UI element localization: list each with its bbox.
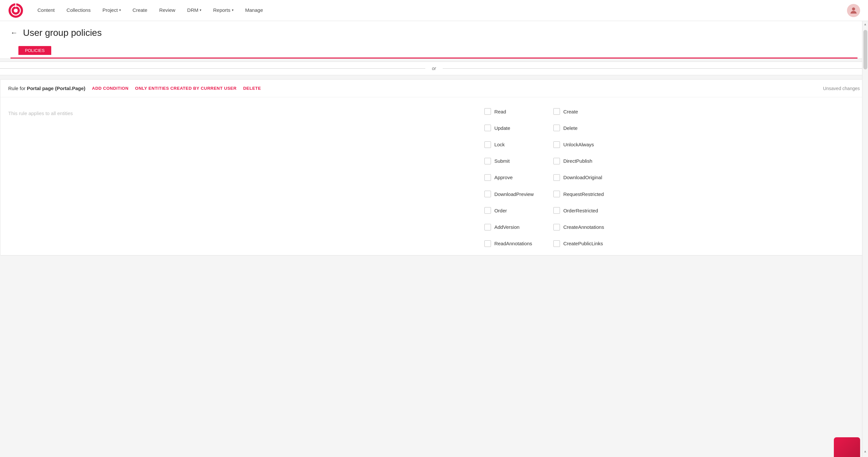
permission-item-create_public_links: CreatePublicLinks (553, 237, 609, 250)
permission-label-create_annotations: CreateAnnotations (563, 224, 604, 230)
permission-item-approve: Approve (485, 171, 540, 184)
permission-checkbox-download_preview[interactable] (485, 191, 491, 197)
permission-item-unlock_always: UnlockAlways (553, 138, 609, 150)
permission-checkbox-create_annotations[interactable] (553, 224, 560, 230)
permission-label-order_restricted: OrderRestricted (563, 208, 598, 213)
tab-bar-previous: POLICIES (10, 44, 858, 59)
permission-item-order: Order (485, 204, 540, 217)
permission-checkbox-update[interactable] (485, 124, 491, 131)
permission-label-read: Read (494, 109, 506, 114)
permission-label-download_preview: DownloadPreview (494, 191, 534, 197)
permission-label-approve: Approve (494, 175, 513, 180)
scroll-up-arrow[interactable]: ▲ (862, 21, 868, 27)
permission-label-create: Create (563, 109, 578, 114)
permission-label-delete: Delete (563, 125, 577, 131)
scroll-thumb[interactable] (863, 30, 867, 69)
permission-item-delete: Delete (553, 122, 609, 134)
permission-item-order_restricted: OrderRestricted (553, 204, 609, 217)
permission-checkbox-add_version[interactable] (485, 224, 491, 230)
main-content: or Rule for Portal page (Portal.Page) AD… (0, 61, 868, 255)
permission-item-request_restricted: RequestRestricted (553, 188, 609, 200)
permission-item-download_original: DownloadOriginal (553, 171, 609, 184)
delete-rule-button[interactable]: DELETE (243, 86, 261, 91)
nav-item-manage[interactable]: Manage (240, 0, 269, 21)
back-button[interactable]: ← (10, 29, 18, 37)
rule-card: Rule for Portal page (Portal.Page) ADD C… (0, 79, 868, 255)
permission-label-download_original: DownloadOriginal (563, 175, 602, 180)
chevron-down-icon: ▾ (119, 8, 121, 12)
permission-checkbox-approve[interactable] (485, 174, 491, 181)
add-condition-button[interactable]: ADD CONDITION (92, 86, 128, 91)
permission-item-add_version: AddVersion (485, 221, 540, 233)
rule-header: Rule for Portal page (Portal.Page) ADD C… (0, 80, 868, 97)
permission-checkbox-request_restricted[interactable] (553, 191, 560, 197)
nav-item-project[interactable]: Project ▾ (97, 0, 127, 21)
rule-placeholder-text: This rule applies to all entities (8, 105, 73, 116)
rule-conditions: This rule applies to all entities (8, 103, 476, 250)
permission-checkbox-create[interactable] (553, 108, 560, 115)
rule-body: This rule applies to all entities ReadCr… (0, 97, 868, 255)
nav-item-collections[interactable]: Collections (61, 0, 97, 21)
chevron-down-icon: ▾ (200, 8, 201, 12)
permission-checkbox-read[interactable] (485, 108, 491, 115)
nav-menu: Content Collections Project ▾ Create Rev… (32, 0, 847, 21)
tab-policies[interactable]: POLICIES (19, 46, 51, 55)
navbar: Content Collections Project ▾ Create Rev… (0, 0, 868, 21)
or-text: or (425, 66, 442, 71)
or-divider: or (0, 61, 868, 75)
permission-label-create_public_links: CreatePublicLinks (563, 241, 603, 246)
nav-item-create[interactable]: Create (127, 0, 153, 21)
permission-item-update: Update (485, 122, 540, 134)
page-header: ← User group policies POLICIES (0, 21, 868, 59)
permission-checkbox-lock[interactable] (485, 141, 491, 148)
rule-entity-name: Portal page (Portal.Page) (27, 85, 85, 91)
divider-line-right (443, 68, 868, 69)
permissions-grid: ReadCreateUpdateDeleteLockUnlockAlwaysSu… (485, 103, 609, 250)
permission-label-lock: Lock (494, 142, 505, 147)
permission-item-download_preview: DownloadPreview (485, 188, 540, 200)
page-title: User group policies (23, 28, 102, 38)
svg-point-2 (14, 8, 18, 12)
divider-line-left (0, 68, 425, 69)
permission-label-order: Order (494, 208, 507, 213)
unsaved-changes-label: Unsaved changes (823, 86, 860, 91)
nav-item-reports[interactable]: Reports ▾ (207, 0, 240, 21)
rule-for-label: Rule for Portal page (Portal.Page) (8, 85, 85, 91)
svg-point-4 (852, 7, 855, 10)
permission-item-lock: Lock (485, 138, 540, 150)
nav-item-content[interactable]: Content (32, 0, 61, 21)
permission-item-direct_publish: DirectPublish (553, 155, 609, 167)
permission-checkbox-order[interactable] (485, 207, 491, 214)
permission-label-update: Update (494, 125, 510, 131)
permission-checkbox-submit[interactable] (485, 158, 491, 164)
permission-checkbox-read_annotations[interactable] (485, 240, 491, 247)
permission-checkbox-unlock_always[interactable] (553, 141, 560, 148)
chevron-down-icon: ▾ (232, 8, 234, 12)
permission-label-unlock_always: UnlockAlways (563, 142, 594, 147)
scrollbar[interactable]: ▲ ▲ (862, 21, 868, 255)
permission-label-request_restricted: RequestRestricted (563, 191, 603, 197)
permission-label-submit: Submit (494, 158, 510, 164)
user-avatar[interactable] (847, 4, 860, 17)
only-entities-button[interactable]: ONLY ENTITIES CREATED BY CURRENT USER (135, 86, 237, 91)
permission-label-add_version: AddVersion (494, 224, 520, 230)
permission-item-create_annotations: CreateAnnotations (553, 221, 609, 233)
permission-checkbox-delete[interactable] (553, 124, 560, 131)
app-logo[interactable] (8, 3, 24, 19)
permission-item-submit: Submit (485, 155, 540, 167)
permission-item-read_annotations: ReadAnnotations (485, 237, 540, 250)
permission-checkbox-order_restricted[interactable] (553, 207, 560, 214)
nav-item-drm[interactable]: DRM ▾ (181, 0, 207, 21)
permission-label-direct_publish: DirectPublish (563, 158, 592, 164)
permission-checkbox-download_original[interactable] (553, 174, 560, 181)
permission-item-create: Create (553, 105, 609, 118)
permission-checkbox-create_public_links[interactable] (553, 240, 560, 247)
permission-label-read_annotations: ReadAnnotations (494, 241, 532, 246)
nav-item-review[interactable]: Review (153, 0, 181, 21)
permission-item-read: Read (485, 105, 540, 118)
permission-checkbox-direct_publish[interactable] (553, 158, 560, 164)
